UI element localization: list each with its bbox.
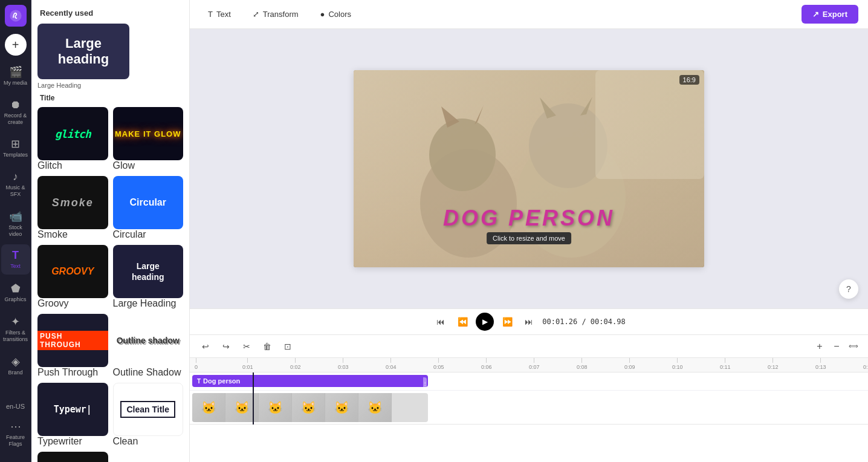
undo-button[interactable]: ↩ bbox=[197, 338, 214, 355]
feature-flags-icon: ⋯ bbox=[10, 420, 21, 433]
sidebar-item-label-record: Record & create bbox=[4, 112, 28, 126]
template-card-push[interactable]: PUSH THROUGH bbox=[37, 314, 108, 367]
sidebar-item-record[interactable]: ⏺ Record & create bbox=[1, 94, 30, 131]
template-card-smoke[interactable]: Smoke bbox=[37, 176, 108, 229]
step-back-button[interactable]: ⏪ bbox=[454, 313, 471, 330]
total-time: 00:04 bbox=[591, 317, 612, 326]
template-card-tidal[interactable]: TIDAL bbox=[113, 452, 184, 462]
export-button[interactable]: ↗ Export bbox=[802, 5, 858, 24]
panel-scroll-area: Large heading Large Heading Title glitch… bbox=[31, 24, 189, 462]
help-button[interactable]: ? bbox=[839, 279, 858, 299]
sidebar-item-text[interactable]: T Text bbox=[1, 244, 30, 275]
sidebar-item-templates[interactable]: ⊞ Templates bbox=[1, 132, 30, 163]
template-card-fireworks[interactable]: ★ Fireworks bbox=[37, 452, 108, 462]
groovy-label: Groovy bbox=[37, 298, 108, 309]
template-grid-row1: glitch Glitch MAKE IT GLOW Glow bbox=[37, 107, 183, 171]
zoom-out-button[interactable]: − bbox=[829, 339, 844, 354]
template-grid-row5: Typewr| Typewriter Clean Title Clean bbox=[37, 383, 183, 447]
template-grid-row6: ★ Fireworks Fireworks TIDAL Tidal bbox=[37, 452, 183, 462]
sidebar-item-music[interactable]: ♪ Music & SFX bbox=[1, 166, 30, 203]
fit-button[interactable]: ⟺ bbox=[846, 339, 861, 354]
video-track[interactable]: 🐱 🐱 🐱 🐱 🐱 🐱 bbox=[192, 393, 428, 422]
ruler-mark-12: 0:12 bbox=[768, 358, 779, 370]
recently-used-item-label: Large Heading bbox=[37, 82, 183, 89]
sidebar-item-label-music: Music & SFX bbox=[4, 184, 28, 198]
sidebar-item-stock-video[interactable]: 📹 Stock video bbox=[1, 205, 30, 242]
skip-to-start-button[interactable]: ⏮ bbox=[432, 313, 449, 330]
current-frames: .26 bbox=[564, 317, 577, 326]
ruler-mark-9: 0:09 bbox=[624, 358, 635, 370]
export-arrow-icon: ↗ bbox=[812, 10, 819, 19]
sidebar-item-label-text: Text bbox=[10, 263, 21, 270]
sidebar-item-filters[interactable]: ✦ Filters & transitions bbox=[1, 310, 30, 348]
time-separator: / bbox=[581, 317, 590, 326]
cut-button[interactable]: ✂ bbox=[238, 338, 255, 355]
top-toolbar: T Text ⤢ Transform ● Colors ↗ Export bbox=[190, 0, 868, 29]
colors-toolbar-btn[interactable]: ● Colors bbox=[312, 6, 360, 22]
template-card-typewriter[interactable]: Typewr| bbox=[37, 383, 108, 436]
stock-video-icon: 📹 bbox=[9, 210, 22, 223]
sidebar-item-brand[interactable]: ◈ Brand bbox=[1, 350, 30, 381]
transform-toolbar-btn[interactable]: ⤢ Transform bbox=[244, 6, 307, 22]
template-grid-row4: PUSH THROUGH Push Through Outline shadow… bbox=[37, 314, 183, 378]
play-button[interactable]: ▶ bbox=[476, 313, 494, 331]
canvas-image-svg bbox=[354, 70, 704, 267]
more-button[interactable]: ⊡ bbox=[279, 338, 296, 355]
language-label: en-US bbox=[6, 403, 25, 410]
canvas-background bbox=[354, 70, 704, 267]
template-card-glow[interactable]: MAKE IT GLOW bbox=[113, 107, 184, 160]
recently-used-line2: heading bbox=[58, 51, 109, 67]
my-media-icon: 🎬 bbox=[9, 65, 22, 79]
step-forward-button[interactable]: ⏩ bbox=[499, 313, 516, 330]
zoom-in-button[interactable]: + bbox=[812, 339, 827, 354]
canvas-frame: DOG PERSON Click to resize and move 16:9 bbox=[354, 70, 704, 267]
skip-to-end-button[interactable]: ⏭ bbox=[520, 313, 537, 330]
text-track-row: T Dog person ⋮ bbox=[190, 373, 868, 391]
circular-preview-text: Circular bbox=[130, 197, 166, 208]
video-thumb-6: 🐱 bbox=[358, 393, 392, 422]
large-heading-preview-text: Largeheading bbox=[132, 261, 164, 282]
ruler-mark-5: 0:05 bbox=[433, 358, 444, 370]
ruler-mark-2: 0:02 bbox=[290, 358, 301, 370]
ruler-mark-13: 0:13 bbox=[815, 358, 826, 370]
text-track[interactable]: T Dog person ⋮ bbox=[192, 375, 428, 387]
text-track-handle[interactable]: ⋮ bbox=[423, 377, 427, 389]
text-icon: T bbox=[12, 249, 19, 262]
video-thumb-4: 🐱 bbox=[292, 393, 325, 422]
text-track-label: Dog person bbox=[203, 377, 240, 385]
template-card-outline[interactable]: Outline shadow bbox=[113, 314, 184, 367]
video-thumb-3: 🐱 bbox=[259, 393, 292, 422]
sidebar-item-feature-flags[interactable]: ⋯ Feature Flags bbox=[1, 415, 30, 452]
add-button[interactable]: + bbox=[5, 34, 27, 56]
music-icon: ♪ bbox=[13, 171, 18, 183]
delete-button[interactable]: 🗑 bbox=[259, 338, 276, 355]
recently-used-large-heading[interactable]: Large heading bbox=[37, 24, 129, 79]
redo-button[interactable]: ↪ bbox=[218, 338, 235, 355]
template-card-circular[interactable]: Circular bbox=[113, 176, 184, 229]
template-card-large-heading[interactable]: Largeheading bbox=[113, 245, 184, 298]
sidebar-item-my-media[interactable]: 🎬 My media bbox=[1, 60, 30, 91]
large-heading-label: Large Heading bbox=[113, 298, 184, 309]
colors-label: Colors bbox=[328, 10, 351, 19]
template-card-large-heading-wrapper: Largeheading Large Heading bbox=[113, 245, 184, 309]
ruler-mark-7: 0:07 bbox=[529, 358, 540, 370]
template-card-clean[interactable]: Clean Title bbox=[113, 383, 184, 436]
glow-label: Glow bbox=[113, 160, 184, 171]
groovy-preview-text: GROOVY bbox=[51, 266, 94, 277]
template-card-glow-wrapper: MAKE IT GLOW Glow bbox=[113, 107, 184, 171]
canva-logo[interactable] bbox=[5, 5, 27, 27]
language-selector[interactable]: en-US bbox=[4, 400, 27, 412]
timeline-zoom-controls: + − ⟺ bbox=[812, 339, 861, 354]
ruler-mark-8: 0:08 bbox=[577, 358, 588, 370]
canvas-overlay-text[interactable]: DOG PERSON bbox=[443, 206, 615, 231]
brand-icon: ◈ bbox=[11, 355, 20, 368]
sidebar-item-graphics[interactable]: ⬟ Graphics bbox=[1, 277, 30, 308]
smoke-preview-text: Smoke bbox=[52, 197, 94, 209]
glow-preview-text: MAKE IT GLOW bbox=[115, 129, 181, 138]
template-card-glitch[interactable]: glitch bbox=[37, 107, 108, 160]
template-card-groovy[interactable]: GROOVY bbox=[37, 245, 108, 298]
template-card-typewriter-wrapper: Typewr| Typewriter bbox=[37, 383, 108, 447]
text-toolbar-icon: T bbox=[208, 10, 213, 19]
timeline-ruler: 00:010:020:030:040:050:060:070:080:090:1… bbox=[190, 358, 868, 373]
text-toolbar-btn[interactable]: T Text bbox=[199, 6, 239, 22]
